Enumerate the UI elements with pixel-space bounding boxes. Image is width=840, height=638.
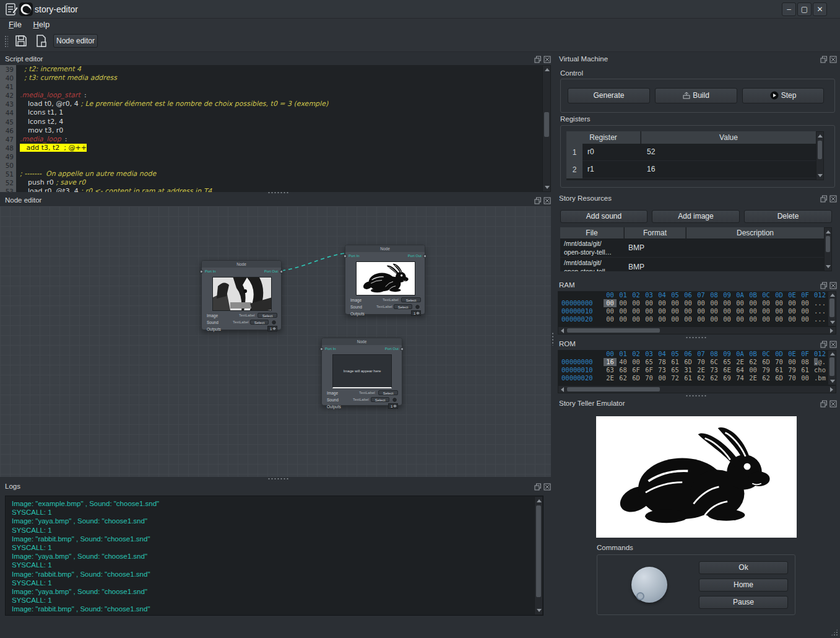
- media-node-rabbit[interactable]: Node Port In Port Out Image TextLabel Se…: [345, 245, 425, 315]
- output-port-dot[interactable]: [401, 347, 404, 351]
- toolbar-drag-handle[interactable]: [4, 35, 8, 48]
- generate-button[interactable]: Generate: [568, 88, 650, 103]
- maximize-button[interactable]: ▢: [797, 2, 812, 16]
- node-editor-toolbar-button[interactable]: Node editor: [53, 34, 98, 48]
- logs-output[interactable]: Image: "example.bmp" , Sound: "choose1.s…: [5, 496, 543, 616]
- play-sound-button[interactable]: [415, 304, 420, 310]
- hex-row[interactable]: 0000002000000000000000000000000000000000…: [558, 315, 828, 323]
- hex-row[interactable]: 0000000000000000000000000000000000000000…: [558, 299, 828, 307]
- select-image-button[interactable]: Select: [378, 390, 398, 395]
- float-panel-icon[interactable]: [820, 282, 828, 289]
- registers-table[interactable]: Register Value 1r0522r116: [566, 131, 816, 180]
- node-title: Node: [202, 261, 281, 268]
- splitter-rom-emulator[interactable]: [685, 395, 706, 397]
- select-image-button[interactable]: Select: [258, 313, 277, 318]
- close-panel-icon[interactable]: [829, 282, 837, 289]
- step-button[interactable]: Step: [742, 88, 824, 103]
- registers-col-value[interactable]: Value: [641, 131, 816, 144]
- input-port-dot[interactable]: [320, 347, 323, 351]
- close-button[interactable]: ✕: [813, 2, 827, 16]
- outputs-spinner[interactable]: 1: [411, 310, 421, 316]
- close-panel-icon[interactable]: [829, 341, 837, 348]
- float-panel-icon[interactable]: [534, 56, 542, 63]
- media-node-empty[interactable]: Node Port In Port Out Image will appear …: [321, 338, 402, 406]
- float-panel-icon[interactable]: [534, 197, 542, 204]
- export-file-icon[interactable]: [35, 34, 48, 48]
- delete-button[interactable]: Delete: [744, 210, 832, 223]
- output-port-dot[interactable]: [280, 270, 283, 273]
- splitter-columns[interactable]: [552, 332, 554, 346]
- home-button[interactable]: Home: [699, 579, 788, 592]
- input-port-dot[interactable]: [344, 255, 347, 258]
- ram-vscrollbar[interactable]: [828, 291, 836, 326]
- float-panel-icon[interactable]: [534, 483, 542, 491]
- code-line: 44 lcons t1, 1: [0, 108, 542, 117]
- resources-col-description[interactable]: Description: [686, 227, 824, 238]
- splitter-ram-rom[interactable]: [685, 336, 706, 339]
- play-sound-button[interactable]: [271, 320, 277, 325]
- close-panel-icon[interactable]: [829, 400, 837, 408]
- code-line: 51; ------- On appelle un autre media no…: [0, 170, 542, 178]
- resources-table[interactable]: File Format Description /mnt/data/git/ o…: [560, 227, 824, 271]
- resource-row[interactable]: /mnt/data/git/ open-story-tellBMP: [560, 258, 824, 271]
- node-outputs-row: Outputs 1: [327, 404, 397, 409]
- select-sound-button[interactable]: Select: [371, 397, 389, 402]
- close-panel-icon[interactable]: [543, 197, 551, 204]
- app-window: story-editor – ▢ ✕ File Help Node editor…: [0, 0, 840, 638]
- port-in-label: Port In: [325, 347, 336, 351]
- logs-scrollbar[interactable]: [534, 496, 543, 615]
- splitter-script-node[interactable]: [267, 191, 288, 194]
- close-panel-icon[interactable]: [829, 56, 837, 63]
- registers-scrollbar[interactable]: [816, 131, 824, 180]
- register-row[interactable]: 2r116: [566, 161, 816, 178]
- float-panel-icon[interactable]: [820, 400, 828, 408]
- resource-row[interactable]: /mnt/data/git/ open-story-tell…BMP: [560, 238, 824, 258]
- media-node-yaya[interactable]: Node Port In Port Out Image TextLabel Se…: [201, 260, 282, 330]
- output-port-dot[interactable]: [423, 255, 426, 258]
- build-button[interactable]: Build: [655, 88, 737, 103]
- pause-button[interactable]: Pause: [699, 596, 788, 609]
- line-number: 52: [0, 178, 16, 187]
- rom-hscrollbar[interactable]: [558, 385, 836, 393]
- select-sound-button[interactable]: Select: [394, 304, 412, 309]
- resources-scrollbar[interactable]: [824, 227, 832, 271]
- registers-col-register[interactable]: Register: [566, 131, 641, 144]
- input-port-dot[interactable]: [200, 270, 203, 273]
- port-out-label: Port Out: [408, 254, 422, 258]
- menu-help[interactable]: Help: [33, 20, 50, 29]
- rom-hex-view[interactable]: 000102030405060708090A0B0C0D0E0F01200000…: [558, 350, 828, 385]
- float-panel-icon[interactable]: [820, 56, 828, 63]
- add-sound-button[interactable]: Add sound: [560, 210, 647, 223]
- resources-col-format[interactable]: Format: [625, 227, 686, 238]
- close-panel-icon[interactable]: [829, 195, 837, 203]
- rom-vscrollbar[interactable]: [828, 350, 836, 385]
- add-image-button[interactable]: Add image: [652, 210, 740, 223]
- hex-row[interactable]: 000000001640006578616D706C652E626D700008…: [558, 358, 828, 366]
- hex-header-row: 000102030405060708090A0B0C0D0E0F012: [558, 291, 828, 299]
- splitter-node-logs[interactable]: [267, 478, 288, 480]
- hex-row[interactable]: 000000202E626D70007261626269742E626D7000…: [558, 374, 828, 382]
- select-sound-button[interactable]: Select: [250, 320, 269, 325]
- outputs-spinner[interactable]: 1: [267, 326, 277, 331]
- ok-button[interactable]: Ok: [699, 561, 788, 574]
- outputs-spinner[interactable]: 1: [388, 403, 398, 409]
- hex-row[interactable]: 0000001063686F6F7365312E736E640079617961…: [558, 366, 828, 374]
- play-sound-button[interactable]: [392, 397, 397, 403]
- script-code-editor[interactable]: 39 ; t2: increment 440 ; t3: current med…: [0, 65, 542, 192]
- float-panel-icon[interactable]: [820, 195, 828, 203]
- resources-col-file[interactable]: File: [560, 227, 624, 238]
- float-panel-icon[interactable]: [820, 341, 828, 348]
- select-image-button[interactable]: Select: [401, 297, 421, 302]
- menu-file[interactable]: File: [9, 20, 22, 29]
- save-icon[interactable]: [14, 34, 28, 48]
- ram-hex-view[interactable]: 000102030405060708090A0B0C0D0E0F01200000…: [558, 291, 828, 326]
- minimize-button[interactable]: –: [782, 2, 796, 16]
- close-panel-icon[interactable]: [543, 483, 551, 491]
- close-panel-icon[interactable]: [543, 56, 551, 63]
- ram-hscrollbar[interactable]: [558, 326, 836, 334]
- script-editor-scrollbar[interactable]: [542, 65, 551, 192]
- node-graph-canvas[interactable]: Node Port In Port Out Image TextLabel Se…: [0, 206, 551, 477]
- register-row[interactable]: 1r052: [566, 144, 816, 161]
- hex-row[interactable]: 0000001000000000000000000000000000000000…: [558, 307, 828, 315]
- window-resize-grip[interactable]: [831, 629, 838, 636]
